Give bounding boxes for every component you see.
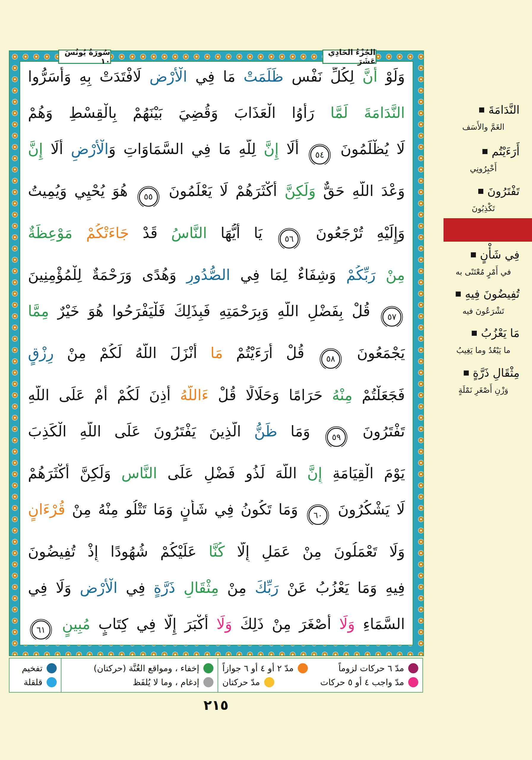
tajweed-text-segment: أَذِنَ لَكُمْ أَمْ عَلَى اللَّهِ <box>28 387 171 404</box>
tajweed-text-segment: فِيهِ وَمَا يَعْزُبُ عَنْ <box>279 579 405 596</box>
ornamental-frame: وَلَوْ أَنَّ لِكُلِّ نَفْسٍ ظَلَمَتْ مَا… <box>9 50 424 656</box>
tajweed-text-segment: مِنْهُ <box>323 387 352 404</box>
mushaf-line-2: النَّدَامَةَ لَمَّا رَأَوُا الْعَذَابَ و… <box>28 103 405 122</box>
tajweed-text-segment: السَّمَاءِ <box>355 615 405 633</box>
tajweed-text-segment: لَافْتَدَتْ بِهِ وَأَسَرُّوا <box>28 68 141 85</box>
margin-note-word-row: مَا يَعْزُبُ <box>427 327 530 340</box>
margin-note-word: تُفِيضُونَ فِيهِ <box>465 287 519 301</box>
legend-entry: إدغام ، وما لا يُلفَظ <box>133 677 214 687</box>
tajweed-text-segment: وَلَكِنَّ <box>277 182 315 200</box>
margin-note-meaning: ما يَبْعُدُ وما يَغِيبُ <box>427 346 530 355</box>
mushaf-line-6: مِنْ رَبِّكُمْ وَشِفَاءٌ لِمَا فِي الصُّ… <box>28 265 405 285</box>
legend-entry: تفخيم <box>22 663 57 673</box>
tajweed-text-segment: مُبِينٍ <box>54 615 90 633</box>
verse-number-badge: ٥٤ <box>310 145 329 165</box>
legend-column-ghunnah: إخفاء ، ومواقع الغُنَّة (حركتان)إدغام ، … <box>61 658 218 692</box>
tajweed-text-segment: رَبِّكَ <box>246 579 278 596</box>
surah-title-box: سُورَةُ يُونُسَ ١٠ <box>58 50 111 64</box>
margin-note-meaning: أَخْبِرُونِي <box>427 164 530 173</box>
surah-title: سُورَةُ يُونُسَ ١٠ <box>59 48 110 66</box>
tajweed-legend: مدّ ٦ حركات لزوماًمدّ ٢ أو ٤ أو ٦ جوازاً… <box>9 658 423 692</box>
margin-note-7: مِثْقَالِ ذَرَّةٍوَزْنِ أَصْغَرِ نَمْلَة… <box>427 366 530 395</box>
tajweed-text-segment: لِلَّهِ مَا فِي السَّمَاوَاتِ وَ <box>109 140 256 158</box>
tajweed-text-segment: اللَّهَ لَذُو فَضْلٍ عَلَى <box>157 465 297 482</box>
tajweed-text-segment: أَنَّ <box>354 68 377 85</box>
mushaf-line-10: تَفْتَرُونَ ٥٩ وَمَا ظَنُّ الَّذِينَ يَف… <box>28 422 405 447</box>
legend-entry: قلقلة <box>24 677 57 687</box>
margin-note-meaning: تَشْرَعُونَ فيه <box>427 307 530 315</box>
margin-note-word-row: فِي شَأْنٍ <box>427 248 530 261</box>
legend-entry: مدّ حركتان <box>222 677 274 687</box>
legend-column-madd: مدّ ٦ حركات لزوماًمدّ ٢ أو ٤ أو ٦ جوازاً… <box>218 658 422 692</box>
margin-note-word-row: تَفْتَرُونَ <box>427 185 530 198</box>
legend-label: مدّ ٢ أو ٤ أو ٦ جوازاً <box>222 663 294 673</box>
square-bullet-icon <box>456 292 461 297</box>
tajweed-text-segment: الْأَرْضِ <box>71 579 117 596</box>
margin-note-meaning: تَكْذِبُونَ <box>427 204 530 213</box>
tajweed-text-segment: يَا أَيُّهَا <box>207 224 276 242</box>
tajweed-text-segment: إِنَّ <box>297 465 322 482</box>
legend-row: إدغام ، وما لا يُلفَظ <box>66 677 214 687</box>
legend-color-dot-icon <box>408 663 418 673</box>
mushaf-line-15: السَّمَاءِ وَلَا أَصْغَرَ مِنْ ذَلِكَ وَ… <box>28 615 405 640</box>
margin-note-meaning: في أَمْرٍ مُعْتَنًى به <box>427 267 530 276</box>
margin-note-word: مَا يَعْزُبُ <box>481 327 519 340</box>
mushaf-line-1: وَلَوْ أَنَّ لِكُلِّ نَفْسٍ ظَلَمَتْ مَا… <box>28 67 405 86</box>
verse-number-badge: ٥٧ <box>382 308 401 327</box>
mushaf-line-5: وَإِلَيْهِ تُرْجَعُونَ ٥٦ يَا أَيُّهَا ا… <box>28 223 405 249</box>
mushaf-line-14: فِيهِ وَمَا يَعْزُبُ عَنْ رَبِّكَ مِنْ م… <box>28 578 405 597</box>
legend-row: تفخيم <box>16 663 57 673</box>
tajweed-text-segment: فَجَعَلْتُمْ <box>352 387 405 404</box>
tajweed-text-segment: رِزْقٍ <box>28 344 54 361</box>
tajweed-text-segment: لِكُلِّ نَفْسٍ <box>283 68 355 85</box>
tajweed-text-segment: مَا <box>197 344 223 361</box>
margin-note-meaning: الغَمَّ والأَسَف <box>427 122 530 131</box>
tajweed-text-segment: وَشِفَاءٌ لِمَا فِي <box>230 266 336 284</box>
tajweed-text-segment: أَكْثَرَهُمْ لَا يَعْلَمُونَ <box>162 182 277 200</box>
legend-row: إخفاء ، ومواقع الغُنَّة (حركتان) <box>66 663 214 673</box>
verse-number-badge: ٦١ <box>31 620 50 640</box>
margin-note-word: مِثْقَالِ ذَرَّةٍ <box>473 366 520 379</box>
legend-column-tafkheem: تفخيمقلقلة <box>11 658 61 692</box>
page-number: ٢١٥ <box>9 697 423 713</box>
verse-number-badge: ٦٠ <box>309 506 327 525</box>
legend-color-dot-icon <box>408 677 418 687</box>
tajweed-text-segment: وَمَا تَكُونُ فِي شَأْنٍ وَمَا تَتْلُو م… <box>65 501 305 518</box>
tajweed-text-segment: مِنْ <box>375 266 405 284</box>
juz-title-box: الجُزْءُ الحَادِي عَشَرَ <box>322 50 376 64</box>
square-bullet-icon <box>472 331 477 336</box>
tajweed-text-segment: الْأَرْضِ <box>141 68 187 85</box>
tajweed-text-segment: كُنَّا <box>197 543 225 560</box>
tajweed-text-segment: ظَلَمَتْ <box>235 68 283 85</box>
tajweed-text-segment: تَفْتَرُونَ <box>349 423 405 440</box>
square-bullet-icon <box>482 149 487 154</box>
margin-note-meaning: وَزْنِ أَصْغَرِ نَمْلَةٍ <box>427 385 530 395</box>
margin-note-word: أَرَءَيْتُم <box>492 145 519 158</box>
mushaf-line-4: وَعْدَ اللَّهِ حَقٌّ وَلَكِنَّ أَكْثَرَه… <box>28 181 405 206</box>
margin-highlight-rect <box>444 218 532 242</box>
verse-number-badge: ٥٨ <box>321 350 340 369</box>
tajweed-text-segment: وَعْدَ اللَّهِ حَقٌّ <box>315 182 405 200</box>
tajweed-text-segment: قُلْ بِفَضْلِ اللَّهِ وَبِرَحْمَتِهِ فَب… <box>49 303 379 320</box>
tajweed-text-segment: مِنْ <box>219 579 246 596</box>
legend-label: مدّ حركتان <box>222 677 260 687</box>
square-bullet-icon <box>478 189 483 194</box>
legend-color-dot-icon <box>298 663 308 673</box>
tajweed-text-segment: الصُّدُورِ <box>176 266 230 284</box>
tajweed-text-segment: وَلَوْ <box>377 68 405 85</box>
mushaf-line-11: يَوْمَ الْقِيَامَةِ إِنَّ اللَّهَ لَذُو … <box>28 464 405 483</box>
tajweed-text-segment: حَرَامًا وَحَلَالًا قُلْ <box>209 387 322 404</box>
legend-color-dot-icon <box>203 663 214 673</box>
tajweed-text-segment: وَلَا <box>209 615 232 633</box>
legend-row: مدّ واجب ٤ أو ٥ حركاتمدّ حركتان <box>222 677 418 687</box>
tajweed-text-segment: وَلَا فِي <box>28 579 71 596</box>
mushaf-line-13: وَلَا تَعْمَلُونَ مِنْ عَمَلٍ إِلَّا كُن… <box>28 542 405 561</box>
margin-note-3: تَفْتَرُونَتَكْذِبُونَ <box>427 185 530 213</box>
tajweed-text-segment: مِمَّا <box>28 303 49 320</box>
margin-note-5: تُفِيضُونَ فِيهِتَشْرَعُونَ فيه <box>427 287 530 315</box>
tajweed-text-segment: وَمَا <box>277 423 323 440</box>
legend-color-dot-icon <box>264 677 274 687</box>
margin-note-6: مَا يَعْزُبُما يَبْعُدُ وما يَغِيبُ <box>427 327 530 355</box>
legend-entry: مدّ ٦ حركات لزوماً <box>338 663 418 673</box>
quran-mushaf-page: وَلَوْ أَنَّ لِكُلِّ نَفْسٍ ظَلَمَتْ مَا… <box>0 0 532 760</box>
